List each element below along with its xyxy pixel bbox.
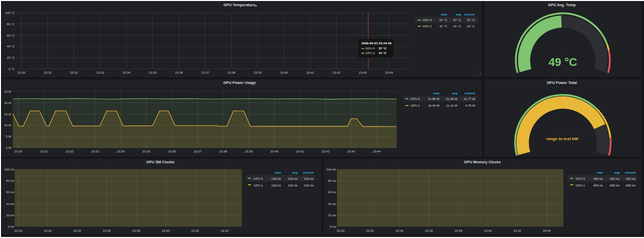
svg-text:current: current — [464, 13, 475, 16]
svg-text:11.11 W: 11.11 W — [446, 104, 457, 107]
svg-text:60 °C: 60 °C — [7, 34, 15, 37]
svg-text:23:34: 23:34 — [73, 229, 81, 232]
svg-text:41 °C: 41 °C — [453, 25, 462, 28]
svg-text:range to text kW: range to text kW — [546, 137, 579, 141]
svg-text:23:35: 23:35 — [149, 71, 157, 74]
svg-text:60 Hz: 60 Hz — [6, 191, 14, 194]
svg-text:GPU 1: GPU 1 — [411, 104, 420, 107]
svg-text:139 Hz: 139 Hz — [287, 177, 297, 180]
svg-text:23:34: 23:34 — [123, 71, 131, 74]
svg-text:23:42: 23:42 — [321, 150, 330, 153]
svg-text:405 Hz: 405 Hz — [609, 177, 619, 180]
svg-text:23:32: 23:32 — [44, 229, 52, 232]
svg-text:20 °C: 20 °C — [7, 56, 15, 59]
svg-text:23:36: 23:36 — [425, 229, 433, 232]
svg-text:23:44: 23:44 — [543, 229, 551, 232]
svg-text:405 Hz: 405 Hz — [625, 183, 635, 186]
svg-text:23:43: 23:43 — [359, 71, 367, 74]
svg-text:avg: avg — [292, 171, 298, 174]
svg-text:405 Hz: 405 Hz — [593, 177, 603, 180]
svg-text:23:38: 23:38 — [454, 229, 463, 232]
svg-text:16.44 W: 16.44 W — [428, 104, 440, 107]
svg-text:23:38: 23:38 — [219, 150, 228, 153]
svg-text:max: max — [275, 171, 281, 174]
svg-text:23:41: 23:41 — [307, 71, 315, 74]
svg-text:current: current — [303, 171, 314, 174]
svg-text:23:37: 23:37 — [201, 71, 210, 74]
svg-text:23:40: 23:40 — [162, 229, 170, 232]
svg-text:avg: avg — [614, 171, 620, 174]
svg-text:GPU SM Clocks: GPU SM Clocks — [146, 160, 175, 164]
svg-text:20 W: 20 W — [4, 101, 11, 105]
svg-text:GPU Temperature: GPU Temperature — [224, 3, 256, 7]
svg-text:23:42: 23:42 — [191, 229, 199, 232]
svg-text:9.79 W: 9.79 W — [465, 104, 475, 107]
svg-text:GPU 1: GPU 1 — [253, 183, 263, 186]
svg-text:0 Hz: 0 Hz — [330, 225, 336, 228]
svg-text:23:44: 23:44 — [221, 229, 229, 232]
svg-text:139 Hz: 139 Hz — [271, 183, 281, 186]
svg-text:25 W: 25 W — [4, 90, 11, 93]
svg-text:0 W: 0 W — [6, 146, 11, 149]
svg-text:GPU 0: GPU 0 — [253, 177, 263, 180]
svg-text:GPU 0: GPU 0 — [575, 177, 585, 180]
svg-text:GPU Power Usage: GPU Power Usage — [223, 80, 256, 85]
svg-text:23:43: 23:43 — [347, 150, 355, 153]
svg-text:23:36: 23:36 — [175, 71, 183, 74]
svg-text:49 °C: 49 °C — [548, 56, 577, 69]
svg-text:max: max — [433, 92, 440, 95]
svg-text:15 W: 15 W — [4, 113, 11, 116]
svg-text:139 Hz: 139 Hz — [271, 177, 281, 180]
svg-text:23:37: 23:37 — [194, 150, 202, 153]
svg-text:80 Hz: 80 Hz — [328, 179, 336, 182]
svg-text:23:44: 23:44 — [385, 71, 394, 74]
svg-text:57 °C: 57 °C — [439, 19, 448, 22]
svg-text:57 °C: 57 °C — [453, 19, 462, 22]
svg-text:405 Hz: 405 Hz — [625, 177, 635, 180]
svg-text:100 Hz: 100 Hz — [4, 168, 14, 171]
svg-text:23:30: 23:30 — [336, 229, 345, 232]
svg-text:GPU 1:: GPU 1: — [365, 52, 376, 55]
svg-text:0 Hz: 0 Hz — [8, 225, 14, 228]
svg-text:0 °C: 0 °C — [9, 67, 15, 71]
svg-text:max: max — [441, 13, 448, 16]
svg-text:41 °C: 41 °C — [467, 25, 475, 28]
svg-text:21.68 W: 21.68 W — [446, 97, 457, 100]
svg-text:60 Hz: 60 Hz — [328, 191, 336, 194]
svg-text:21.77 W: 21.77 W — [464, 97, 476, 100]
svg-text:20 Hz: 20 Hz — [328, 213, 336, 216]
svg-text:23:42: 23:42 — [513, 229, 521, 232]
svg-text:5 W: 5 W — [6, 135, 11, 138]
svg-text:GPU Power Total: GPU Power Total — [547, 80, 577, 85]
svg-text:100 °C: 100 °C — [5, 11, 15, 14]
svg-text:max: max — [597, 171, 603, 174]
svg-text:23:38: 23:38 — [228, 71, 236, 74]
svg-text:23:32: 23:32 — [366, 229, 374, 232]
svg-text:41 °C: 41 °C — [379, 52, 387, 55]
svg-text:23:30: 23:30 — [18, 71, 26, 74]
svg-text:23:34: 23:34 — [117, 150, 125, 153]
svg-text:41 °C: 41 °C — [439, 25, 448, 28]
svg-text:23:41: 23:41 — [296, 150, 304, 153]
svg-text:23:31: 23:31 — [40, 150, 48, 153]
svg-text:23:38: 23:38 — [132, 229, 141, 232]
svg-text:100 Hz: 100 Hz — [326, 168, 336, 171]
svg-text:21.86 W: 21.86 W — [428, 97, 440, 100]
svg-text:23:44: 23:44 — [373, 150, 381, 153]
svg-text:GPU 1: GPU 1 — [575, 183, 585, 186]
svg-text:405 Hz: 405 Hz — [593, 183, 603, 186]
svg-text:57 °C: 57 °C — [467, 19, 475, 22]
svg-text:80 Hz: 80 Hz — [6, 179, 14, 182]
svg-text:23:36: 23:36 — [103, 229, 111, 232]
svg-text:23:33: 23:33 — [96, 71, 105, 74]
svg-text:23:30: 23:30 — [14, 150, 23, 153]
svg-text:23:34: 23:34 — [395, 229, 403, 232]
svg-text:GPU 0: GPU 0 — [411, 97, 420, 100]
svg-text:139 Hz: 139 Hz — [303, 183, 313, 186]
svg-text:23:42: 23:42 — [333, 71, 341, 74]
svg-text:GPU 0:: GPU 0: — [365, 47, 376, 50]
svg-text:23:32: 23:32 — [65, 150, 74, 153]
svg-text:23:40: 23:40 — [270, 150, 279, 153]
svg-text:GPU Avg. Temp: GPU Avg. Temp — [548, 3, 576, 7]
svg-text:current: current — [624, 171, 635, 174]
